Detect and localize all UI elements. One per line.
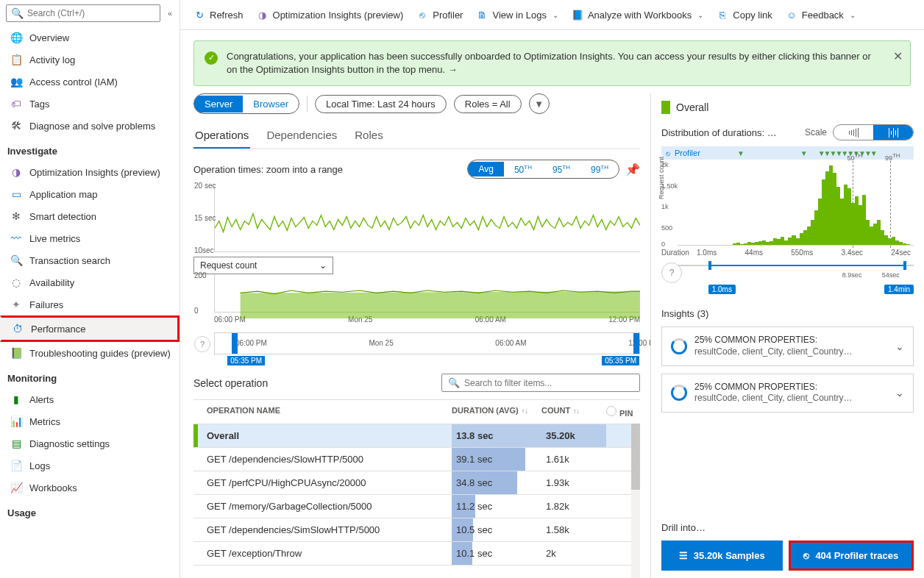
insight-card[interactable]: 25% COMMON PROPERTIES: resultCode, clien… [661,327,914,365]
operation-row[interactable]: GET /dependencies/SlowHTTP/5000 39.1 sec… [193,448,640,471]
pin-chart-icon[interactable]: 📌 [625,163,640,176]
operation-row[interactable]: GET /dependencies/SimSlowHTTP/5000 10.5 … [193,518,640,542]
sidebar-item-alerts[interactable]: ▮Alerts [0,388,180,410]
secondary-metric-dropdown[interactable]: Request count ⌄ [193,257,333,274]
scale-linear[interactable] [834,125,873,140]
profiler-icon: ⎋ [416,9,428,21]
nav-icon: 📗 [10,347,22,359]
zoom-handle-right[interactable] [633,333,639,354]
sidebar-item-label: Diagnostic settings [29,438,110,449]
nav-icon: ▮ [10,393,22,405]
p99-pill[interactable]: 99TH [580,162,619,177]
section-usage: Usage [0,499,180,523]
operation-row[interactable]: GET /memory/GarbageCollection/5000 11.2 … [193,495,640,518]
duration-line-chart[interactable]: 20 sec 15 sec 10sec [214,185,640,252]
search-input[interactable] [27,8,155,18]
server-browser-toggle[interactable]: Server Browser [193,93,299,114]
refresh-button[interactable]: ↻Refresh [193,9,244,21]
server-seg[interactable]: Server [194,96,243,113]
profiler-button[interactable]: ⎋Profiler [416,9,463,21]
sidebar-item-label: Metrics [29,416,60,427]
operation-row[interactable]: GET /exception/Throw 10.1 sec 2k [193,542,640,565]
close-banner-button[interactable]: ✕ [893,49,903,65]
copy-link-button[interactable]: ⎘Copy link [717,9,772,21]
avg-pill[interactable]: Avg [468,162,503,176]
col-count-header[interactable]: Count [541,406,570,415]
sidebar-item-label: Overview [29,32,69,43]
sidebar-item-label: Smart detection [29,211,96,222]
search-input-wrap[interactable]: 🔍 [6,4,160,22]
sidebar-item-availability[interactable]: ◌Availability [0,271,180,293]
collapse-sidebar-button[interactable]: « [165,7,175,19]
operation-row[interactable]: GET /perfCPU/HighCPUAsync/20000 34.8 sec… [193,471,640,495]
insight-subtitle: resultCode, client_City, client_Country… [694,346,888,358]
chevron-down-icon: ⌄ [552,11,558,19]
y-tick: 20 sec [194,182,216,190]
sidebar-item-overview[interactable]: 🌐Overview [0,26,180,49]
operation-filter-input-wrap[interactable]: 🔍 [441,374,640,392]
zoom-info-icon[interactable]: ? [194,336,210,352]
sidebar-item-label: Troubleshooting guides (preview) [29,348,171,359]
zoom-handle-left[interactable] [232,333,238,354]
duration-histogram[interactable]: Request count 2k 1.50k 1k 500 0 50TH 99T… [678,161,914,246]
distribution-title: Distribution of durations: … [661,127,777,138]
percentile-toggle[interactable]: Avg 50TH 95TH 99TH [467,160,619,179]
add-filter-button[interactable]: ▼ [529,93,550,114]
p50-pill[interactable]: 50TH [504,162,542,177]
chevron-down-icon: ⌄ [697,11,703,19]
tab-roles[interactable]: Roles [353,124,384,149]
duration-range-slider[interactable] [678,260,914,271]
time-zoom-slider[interactable]: ? 06:00 PMMon 2506:00 AM12:00 PM 05:35 P… [214,332,640,354]
col-pin-header[interactable]: Pin [619,409,633,418]
duration-axis-label: Duration [661,249,697,257]
operation-row-overall[interactable]: Overall 13.8 sec 35.20k [193,424,640,448]
samples-button[interactable]: ☰ 35.20k Samples [661,540,783,571]
optimization-insights-button[interactable]: ◑Optimization Insights (preview) [257,9,404,21]
request-count-area-chart[interactable]: 200 0 [214,274,640,313]
sidebar-item-transaction-search[interactable]: 🔍Transaction search [0,249,180,271]
tab-operations[interactable]: Operations [193,124,250,149]
sidebar-item-workbooks[interactable]: 📈Workbooks [0,477,180,499]
sidebar-item-metrics[interactable]: 📊Metrics [0,410,180,432]
scale-toggle[interactable] [833,124,914,140]
sidebar-item-performance[interactable]: ⏱Performance [0,315,180,342]
range-handle-left[interactable] [708,261,711,270]
sidebar-item-live-metrics[interactable]: 〰Live metrics [0,227,180,249]
time-range-button[interactable]: Local Time: Last 24 hours [315,95,447,113]
sidebar-item-application-map[interactable]: ▭Application map [0,183,180,205]
nav-icon: ◌ [10,276,22,288]
profiler-traces-button[interactable]: ⎋ 404 Profiler traces [789,540,914,571]
table-scrollbar-thumb[interactable] [631,424,640,490]
feedback-button[interactable]: ☺Feedback⌄ [786,9,856,21]
analyze-workbooks-button[interactable]: 📘Analyze with Workbooks⌄ [572,9,703,21]
left-pane: Server Browser Local Time: Last 24 hours… [193,93,650,578]
scale-log[interactable] [873,125,913,140]
sidebar-item-smart-detection[interactable]: ✻Smart detection [0,205,180,227]
sidebar-item-logs[interactable]: 📄Logs [0,454,180,477]
view-in-logs-button[interactable]: 🗎View in Logs⌄ [476,9,558,21]
nav-icon: ⏱ [12,323,24,335]
op-name: Overall [207,430,239,441]
sidebar-item-activity-log[interactable]: 📋Activity log [0,49,180,71]
roles-filter-button[interactable]: Roles = All [454,95,522,113]
sidebar-item-diagnostic-settings[interactable]: ▤Diagnostic settings [0,432,180,454]
insight-card[interactable]: 25% COMMON PROPERTIES: resultCode, clien… [661,374,914,413]
browser-seg[interactable]: Browser [243,96,299,113]
op-count: 1.58k [546,524,569,535]
op-name: GET /memory/GarbageCollection/5000 [207,501,372,512]
profiler-strip[interactable]: ⎋ Profiler ▼ ▼ ▼▼▼▼▼▼▼▼▼▼ [661,146,914,160]
operation-filter-input[interactable] [464,378,633,388]
onboarding-banner[interactable]: ✓ Congratulations, your application has … [193,40,911,86]
sidebar-item-troubleshooting-guides-preview-[interactable]: 📗Troubleshooting guides (preview) [0,342,180,364]
sidebar-item-diagnose-and-solve-problems[interactable]: 🛠Diagnose and solve problems [0,115,180,137]
sidebar-item-optimization-insights-preview-[interactable]: ◑Optimization Insights (preview) [0,161,180,183]
sidebar-item-tags[interactable]: 🏷Tags [0,93,180,115]
sidebar-item-access-control-iam-[interactable]: 👥Access control (IAM) [0,71,180,93]
col-duration-header[interactable]: Duration (avg) [452,406,519,415]
p95-pill[interactable]: 95TH [542,162,580,177]
col-name-header[interactable]: Operation name [193,406,452,418]
sidebar-item-failures[interactable]: ✦Failures [0,293,180,315]
range-handle-right[interactable] [903,261,906,270]
tab-dependencies[interactable]: Dependencies [265,124,338,149]
op-duration: 13.8 sec [456,430,494,441]
